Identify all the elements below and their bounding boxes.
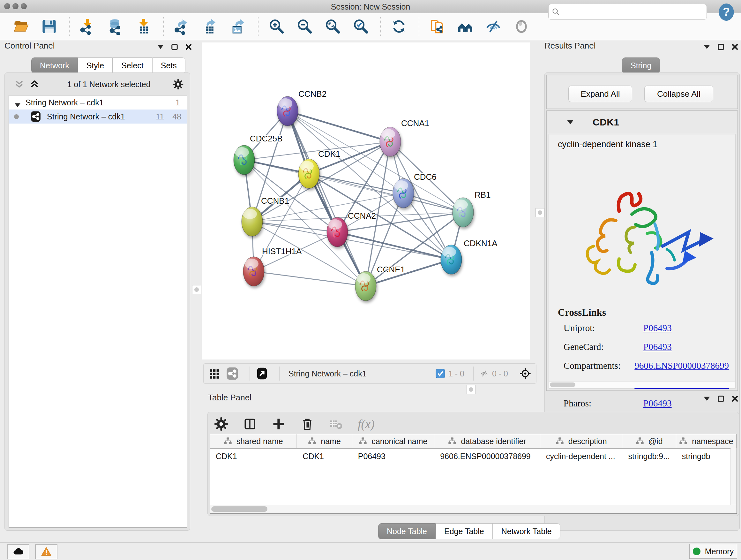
- node-CCNE1[interactable]: CCNE1: [355, 265, 405, 301]
- results-horizontal-scrollbar[interactable]: [549, 381, 735, 388]
- zoom-out-icon[interactable]: [296, 18, 313, 35]
- table-options-gear-icon[interactable]: [214, 417, 228, 431]
- open-session-icon[interactable]: [429, 18, 446, 35]
- edge-CCNB2-CCNE1[interactable]: [287, 111, 366, 286]
- table-cell[interactable]: P06493: [352, 452, 434, 461]
- column-header--id[interactable]: @id: [622, 434, 676, 448]
- open-in-new-window-icon[interactable]: [256, 367, 268, 380]
- table-horizontal-scrollbar[interactable]: [210, 505, 737, 513]
- hidden-eye-slash-icon[interactable]: [479, 369, 489, 378]
- home-icon[interactable]: [457, 18, 474, 35]
- collapse-triangle-icon[interactable]: [566, 120, 574, 125]
- zoom-fit-icon[interactable]: [324, 18, 341, 35]
- save-session-icon[interactable]: [41, 18, 57, 35]
- panel-menu-icon[interactable]: [703, 395, 711, 402]
- warnings-button[interactable]: [35, 544, 57, 559]
- tab-node-table[interactable]: Node Table: [378, 523, 435, 539]
- panel-menu-icon[interactable]: [703, 44, 711, 51]
- node-CCNA1[interactable]: CCNA1: [380, 118, 429, 157]
- selected-checkbox-icon[interactable]: [435, 369, 445, 378]
- expand-all-button[interactable]: Expand All: [568, 85, 632, 102]
- crosslink-link[interactable]: P06493: [643, 323, 672, 333]
- float-window-icon[interactable]: [718, 395, 724, 402]
- node-CDKN1A[interactable]: CDKN1A: [441, 239, 497, 274]
- import-network-from-database-icon[interactable]: [107, 18, 124, 35]
- zoom-selected-icon[interactable]: [352, 18, 369, 35]
- collapse-all-button[interactable]: Collapse All: [644, 85, 713, 102]
- close-icon[interactable]: [731, 44, 738, 51]
- memory-button[interactable]: Memory: [689, 544, 737, 559]
- node-RB1[interactable]: RB1: [453, 190, 491, 227]
- table-cell[interactable]: CDK1: [297, 452, 352, 461]
- column-header-canonical-name[interactable]: canonical name: [352, 434, 434, 448]
- network-tree-root-row[interactable]: String Network – cdk1 1: [9, 96, 187, 110]
- network-tree-item-row[interactable]: String Network – cdk1 11 48: [9, 110, 187, 124]
- column-header-namespace[interactable]: namespace: [676, 434, 737, 448]
- add-column-icon[interactable]: [272, 417, 286, 431]
- horizontal-splitter-handle[interactable]: [467, 385, 475, 394]
- crosslink-link[interactable]: 9606.ENSP00000378699: [634, 361, 729, 371]
- network-options-gear-icon[interactable]: [173, 79, 184, 90]
- search-input[interactable]: [548, 4, 707, 20]
- crosslink-link[interactable]: P06493: [643, 398, 672, 409]
- refresh-layout-icon[interactable]: [391, 18, 407, 35]
- edge-CCNB2-CCNA1[interactable]: [287, 111, 390, 142]
- tab-style[interactable]: Style: [78, 57, 113, 73]
- panel-menu-icon[interactable]: [157, 44, 164, 51]
- network-selected-summary: 1 of 1 Network selected: [45, 80, 173, 89]
- table-cell[interactable]: 9606.ENSP00000378699: [434, 452, 540, 461]
- crosslink-link[interactable]: P06493: [643, 341, 672, 352]
- tab-network-table[interactable]: Network Table: [493, 523, 560, 539]
- network-canvas[interactable]: CCNB2CCNA1CDC25BCDK1CDC6RB1CCNB1CCNA2CDK…: [202, 43, 530, 360]
- hidden-count: 0 - 0: [492, 369, 508, 378]
- zoom-in-icon[interactable]: [268, 18, 285, 35]
- export-network-icon[interactable]: [174, 18, 190, 35]
- export-table-icon[interactable]: [202, 18, 218, 35]
- network-collection-label: String Network – cdk1: [25, 98, 104, 107]
- expand-all-networks-icon[interactable]: [30, 80, 39, 88]
- expand-collapse-box: Expand All Collapse All: [546, 75, 738, 109]
- help-button[interactable]: ?: [718, 3, 735, 22]
- left-splitter-handle[interactable]: [192, 285, 201, 294]
- delete-column-icon[interactable]: [300, 417, 314, 431]
- column-header-name[interactable]: name: [297, 434, 352, 448]
- edge-CCNB1-CCNA2[interactable]: [252, 222, 337, 232]
- import-network-from-file-icon[interactable]: [79, 18, 96, 35]
- split-columns-icon[interactable]: [243, 417, 257, 431]
- table-cell[interactable]: stringdb:9...: [622, 452, 676, 461]
- import-table-icon[interactable]: [135, 18, 152, 35]
- collapse-all-networks-icon[interactable]: [14, 80, 24, 88]
- column-header-database-identifier[interactable]: database identifier: [434, 434, 540, 448]
- float-window-icon[interactable]: [718, 44, 724, 51]
- table-cell[interactable]: cyclin-dependent ...: [540, 452, 622, 461]
- tab-network[interactable]: Network: [31, 57, 78, 73]
- open-file-icon[interactable]: [13, 18, 29, 35]
- close-icon[interactable]: [185, 44, 192, 51]
- eye-disabled-icon[interactable]: [513, 18, 530, 35]
- tab-select[interactable]: Select: [113, 57, 152, 73]
- share-view-icon[interactable]: [226, 367, 239, 380]
- table-cell[interactable]: stringdb: [676, 452, 737, 461]
- network-node-count: 11: [156, 112, 164, 121]
- column-header-description[interactable]: description: [540, 434, 623, 448]
- node-CDC25B[interactable]: CDC25B: [233, 134, 283, 175]
- node-HIST1H1A[interactable]: HIST1H1A: [243, 246, 302, 286]
- tree-collapse-triangle-icon[interactable]: [14, 100, 21, 105]
- float-window-icon[interactable]: [171, 44, 178, 51]
- export-image-icon[interactable]: [230, 18, 246, 35]
- tab-edge-table[interactable]: Edge Table: [435, 523, 493, 539]
- close-icon[interactable]: [731, 395, 738, 402]
- right-splitter-handle[interactable]: [536, 208, 544, 217]
- cdk1-card-header[interactable]: CDK1: [547, 111, 738, 134]
- edge-HIST1H1A-CCNE1[interactable]: [254, 271, 366, 286]
- show-hide-graphics-icon[interactable]: [485, 18, 502, 35]
- tab-sets[interactable]: Sets: [152, 57, 185, 73]
- cloud-button[interactable]: [7, 544, 29, 559]
- tab-string[interactable]: String: [622, 57, 660, 73]
- grid-view-icon[interactable]: [208, 367, 221, 380]
- birdseye-view-icon[interactable]: [519, 367, 532, 380]
- table-row[interactable]: CDK1CDK1P064939606.ENSP00000378699cyclin…: [210, 449, 737, 463]
- column-header-shared-name[interactable]: shared name: [210, 434, 297, 448]
- table-cell[interactable]: CDK1: [210, 452, 297, 461]
- table-vertical-scrollbar[interactable]: [731, 448, 737, 505]
